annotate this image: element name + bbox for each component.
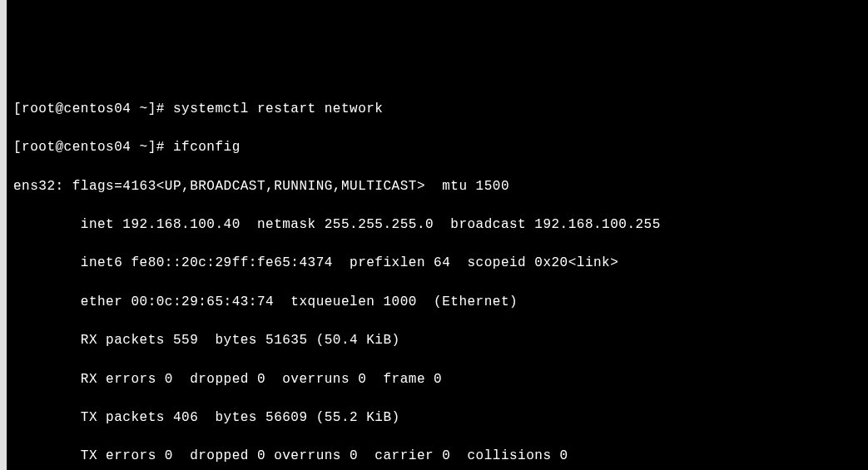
ens32-inet6: inet6 fe80::20c:29ff:fe65:4374 prefixlen… — [13, 254, 861, 273]
ens32-ether: ether 00:0c:29:65:43:74 txqueuelen 1000 … — [13, 293, 861, 312]
ens32-rx-errors: RX errors 0 dropped 0 overruns 0 frame 0 — [13, 370, 861, 389]
ens32-inet: inet 192.168.100.40 netmask 255.255.255.… — [13, 215, 861, 235]
ens32-header: ens32: flags=4163<UP,BROADCAST,RUNNING,M… — [13, 177, 861, 196]
ens32-tx-packets: TX packets 406 bytes 56609 (55.2 KiB) — [13, 408, 861, 428]
ens32-tx-errors: TX errors 0 dropped 0 overruns 0 carrier… — [13, 447, 861, 466]
ens32-rx-packets: RX packets 559 bytes 51635 (50.4 KiB) — [13, 331, 861, 350]
terminal-output[interactable]: [root@centos04 ~]# systemctl restart net… — [13, 81, 861, 470]
prompt-line-1: [root@centos04 ~]# systemctl restart net… — [13, 100, 861, 119]
prompt-line-2: [root@centos04 ~]# ifconfig — [13, 138, 861, 157]
